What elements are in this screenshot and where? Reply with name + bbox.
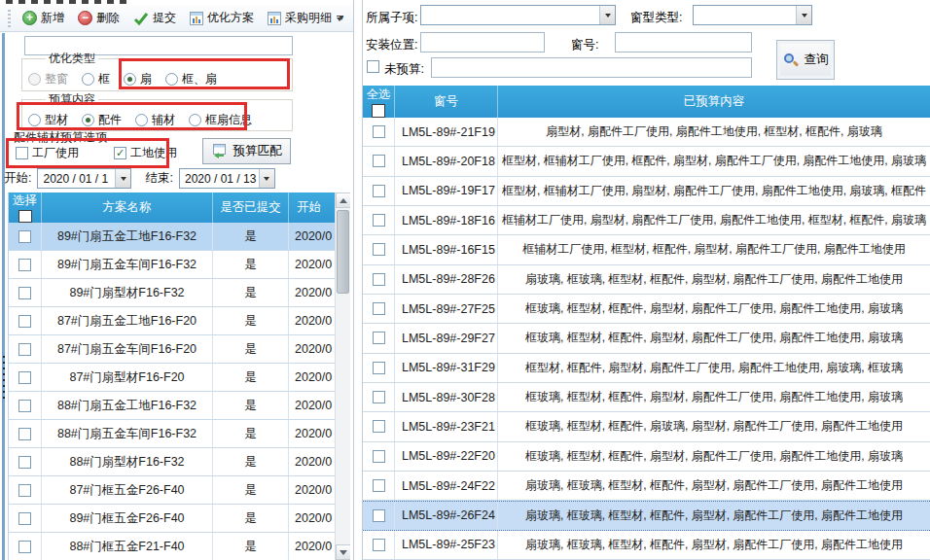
add-button[interactable]: + 新增 xyxy=(18,7,69,29)
checkbox-icon[interactable] xyxy=(16,147,28,159)
date-start-dropdown-button[interactable] xyxy=(115,169,130,188)
date-end-dropdown-button[interactable] xyxy=(259,169,274,188)
window-table-row[interactable]: LM5L-89#-31F29框型材, 框配件, 扇型材, 扇配件工厂使用, 扇配… xyxy=(363,354,930,383)
radio-icon[interactable] xyxy=(165,73,178,86)
no-budget-input[interactable] xyxy=(431,57,752,78)
date-start-picker[interactable]: 2020 / 01 / 1 xyxy=(37,168,131,189)
plan-table-row[interactable]: 87#门扇五金车间F16-F20是2020/0 xyxy=(9,335,336,364)
optimize-type-option-3[interactable]: 框、扇 xyxy=(165,71,217,88)
plan-table-row[interactable]: 88#门扇五金车间F16-F32是2020/0 xyxy=(9,420,336,448)
plan-table-row[interactable]: 89#门扇五金车间F16-F32是2020/0 xyxy=(9,251,336,279)
start-column-header[interactable]: 开始 xyxy=(289,192,336,223)
plan-table-row[interactable]: 89#门扇型材F16-F32是2020/0 xyxy=(9,279,336,307)
panel-splitter[interactable] xyxy=(353,0,363,560)
plan-table-row[interactable]: 88#门扇型材F16-F32是2020/0 xyxy=(9,448,336,476)
row-checkbox[interactable] xyxy=(373,479,385,492)
window-table-row[interactable]: LM5L-89#-30F28框玻璃, 框型材, 框配件, 扇型材, 扇配件工厂使… xyxy=(363,383,930,412)
radio-icon[interactable] xyxy=(28,114,41,126)
plan-table-row[interactable]: 87#门扇五金工地F16-F20是2020/0 xyxy=(9,307,336,335)
toolbar-grip-handle[interactable] xyxy=(8,10,11,27)
window-type-select[interactable] xyxy=(693,5,812,25)
row-checkbox[interactable] xyxy=(373,155,385,167)
optimize-type-option-1[interactable]: 框 xyxy=(82,71,110,88)
row-checkbox[interactable] xyxy=(373,539,385,551)
row-checkbox[interactable] xyxy=(373,332,385,344)
window-table-row[interactable]: LM5L-89#-20F18框型材, 框辅材工厂使用, 框配件, 扇型材, 扇配… xyxy=(363,147,930,176)
row-checkbox[interactable] xyxy=(373,362,385,374)
radio-icon[interactable] xyxy=(82,73,94,86)
optimize-type-option-2[interactable]: 扇 xyxy=(124,71,152,88)
row-checkbox[interactable] xyxy=(18,428,31,440)
row-checkbox[interactable] xyxy=(373,185,385,197)
plan-table-row[interactable]: 89#门框五金F26-F40是2020/0 xyxy=(9,505,336,533)
budget-content-option-2[interactable]: 辅材 xyxy=(135,112,175,128)
row-checkbox[interactable] xyxy=(18,343,31,356)
plan-table-row[interactable]: 88#门框五金F21-F40是2020/0 xyxy=(9,533,336,560)
date-end-picker[interactable]: 2020 / 01 / 13 xyxy=(179,168,275,189)
row-checkbox[interactable] xyxy=(373,243,385,256)
radio-icon[interactable] xyxy=(124,73,136,86)
row-checkbox[interactable] xyxy=(18,400,31,412)
window-table-row[interactable]: LM5L-89#-22F20框玻璃, 框型材, 框配件, 扇型材, 扇配件工厂使… xyxy=(363,442,930,472)
plan-table-row[interactable]: 87#门框五金F26-F40是2020/0 xyxy=(9,476,336,505)
plan-table-scrollbar[interactable] xyxy=(335,192,350,560)
row-checkbox[interactable] xyxy=(18,371,31,384)
window-table-row[interactable]: LM5L-89#-18F16框辅材工厂使用, 扇型材, 扇配件工厂使用, 扇配件… xyxy=(363,206,930,235)
row-checkbox[interactable] xyxy=(18,230,31,243)
row-checkbox[interactable] xyxy=(18,456,31,469)
budget-content-option-3[interactable]: 框扇信息 xyxy=(189,112,252,128)
plan-name-column-header[interactable]: 方案名称 xyxy=(42,192,213,223)
splitter-grip[interactable] xyxy=(0,356,7,401)
window-table-row[interactable]: LM5L-89#-19F17框型材, 框辅材工厂使用, 扇型材, 扇配件工厂使用… xyxy=(363,177,930,206)
row-checkbox[interactable] xyxy=(18,512,31,525)
row-checkbox[interactable] xyxy=(373,450,385,463)
select-all-checkbox[interactable] xyxy=(372,104,385,118)
window-no-column-header[interactable]: 窗号 xyxy=(395,86,498,118)
radio-icon[interactable] xyxy=(189,114,201,126)
no-budget-checkbox[interactable] xyxy=(367,60,379,73)
select-all-checkbox[interactable] xyxy=(18,210,32,223)
row-checkbox[interactable] xyxy=(373,125,385,138)
row-checkbox[interactable] xyxy=(373,273,385,286)
query-button[interactable]: 查询 xyxy=(776,40,835,80)
row-checkbox[interactable] xyxy=(18,484,31,497)
sub-item-dropdown-button[interactable] xyxy=(599,6,615,24)
budget-content-option-0[interactable]: 型材 xyxy=(28,112,68,128)
window-table-row[interactable]: LM5L-89#-29F27框玻璃, 框型材, 框配件, 扇型材, 扇配件工厂使… xyxy=(363,324,930,353)
row-checkbox[interactable] xyxy=(18,287,31,299)
window-table-row[interactable]: LM5L-89#-26F24扇玻璃, 框玻璃, 框型材, 框配件, 扇型材, 扇… xyxy=(363,501,930,530)
sub-item-select[interactable] xyxy=(420,5,616,25)
window-type-dropdown-button[interactable] xyxy=(796,6,811,24)
scrollbar-thumb[interactable] xyxy=(337,210,349,294)
budgeted-content-column-header[interactable]: 已预算内容 xyxy=(498,86,930,118)
plan-table-row[interactable]: 87#门扇型材F16-F20是2020/0 xyxy=(9,364,336,392)
window-table-row[interactable]: LM5L-89#-16F15框辅材工厂使用, 框型材, 框配件, 扇型材, 扇配… xyxy=(363,235,930,264)
row-checkbox[interactable] xyxy=(373,420,385,433)
delete-button[interactable]: − 删除 xyxy=(73,7,125,29)
row-checkbox[interactable] xyxy=(18,259,31,271)
budget-content-option-1[interactable]: 配件 xyxy=(82,112,122,128)
window-table-row[interactable]: LM5L-89#-27F25框玻璃, 框型材, 框配件, 扇型材, 扇配件工厂使… xyxy=(363,295,930,324)
usage-checkbox-option-1[interactable]: ✓工地使用 xyxy=(114,145,177,161)
submitted-column-header[interactable]: 是否已提交 xyxy=(213,192,289,223)
usage-checkbox-option-0[interactable]: 工厂使用 xyxy=(16,145,79,161)
optimize-plan-button[interactable]: 优化方案 xyxy=(185,7,259,29)
plan-table-row[interactable]: 88#门扇五金工地F16-F32是2020/0 xyxy=(9,392,336,420)
scroll-up-button[interactable] xyxy=(336,192,350,208)
install-position-input[interactable] xyxy=(420,32,545,52)
radio-icon[interactable] xyxy=(82,114,94,126)
row-checkbox[interactable] xyxy=(373,509,385,522)
checkbox-icon[interactable]: ✓ xyxy=(114,147,126,159)
window-table-row[interactable]: LM5L-89#-24F22扇玻璃, 框玻璃, 框型材, 框配件, 扇型材, 扇… xyxy=(363,472,930,501)
window-table-row[interactable]: LM5L-89#-21F19扇型材, 扇配件工厂使用, 扇配件工地使用, 框型材… xyxy=(363,118,930,147)
window-table-row[interactable]: LM5L-89#-25F23扇玻璃, 框玻璃, 框型材, 框配件, 扇型材, 扇… xyxy=(363,531,930,560)
row-checkbox[interactable] xyxy=(18,541,31,553)
plan-table-row[interactable]: 89#门扇五金工地F16-F32是2020/0 xyxy=(9,223,336,251)
window-table-row[interactable]: LM5L-89#-28F26扇玻璃, 框玻璃, 框型材, 框配件, 扇型材, 扇… xyxy=(363,265,930,295)
scroll-down-button[interactable] xyxy=(336,544,350,560)
submit-button[interactable]: 提交 xyxy=(128,7,181,29)
row-checkbox[interactable] xyxy=(373,302,385,315)
window-no-input[interactable] xyxy=(615,32,752,52)
radio-icon[interactable] xyxy=(135,114,148,126)
budget-match-button[interactable]: 预算匹配 xyxy=(202,138,291,164)
